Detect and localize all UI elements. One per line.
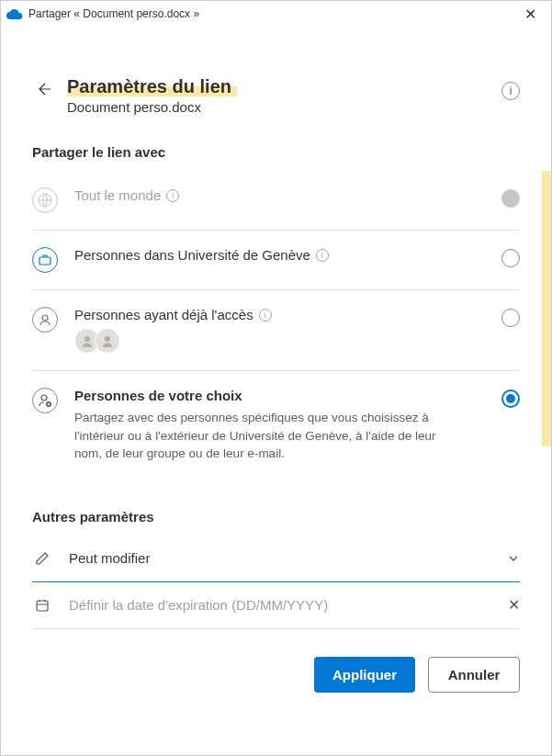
chevron-down-icon (507, 552, 520, 565)
radio-specific-people[interactable] (501, 389, 520, 408)
permission-dropdown[interactable]: Peut modifier (32, 536, 520, 582)
svg-rect-1 (39, 257, 51, 265)
info-icon[interactable]: i (259, 309, 272, 322)
option-existing-access[interactable]: Personnes ayant déjà l'accès i (32, 290, 520, 371)
calendar-icon (32, 595, 52, 615)
back-button[interactable] (32, 78, 54, 100)
briefcase-icon (32, 247, 58, 273)
close-button[interactable]: ✕ (519, 4, 542, 25)
option-specific-people-label: Personnes de votre choix (74, 388, 485, 403)
svg-point-2 (42, 315, 48, 321)
option-specific-people-description: Partagez avec des personnes spécifiques … (74, 409, 460, 463)
option-existing-access-text: Personnes ayant déjà l'accès (74, 307, 253, 322)
info-icon[interactable]: i (316, 249, 329, 262)
page-title: Paramètres du lien (67, 76, 237, 96)
radio-anyone (501, 189, 520, 208)
expiration-placeholder: Définir la date d'expiration (DD/MM/YYYY… (69, 597, 491, 613)
apply-button[interactable]: Appliquer (314, 657, 415, 693)
dialog-footer: Appliquer Annuler (32, 657, 520, 693)
dialog-header: Paramètres du lien Document perso.docx i (32, 76, 520, 115)
page-subtitle: Document perso.docx (67, 99, 489, 115)
option-existing-access-label: Personnes ayant déjà l'accès i (74, 307, 485, 322)
window-title: Partager « Document perso.docx » (28, 7, 199, 20)
cancel-button[interactable]: Annuler (428, 657, 520, 693)
option-anyone-text: Tout le monde (74, 187, 161, 203)
existing-access-avatars (74, 328, 485, 354)
titlebar: Partager « Document perso.docx » ✕ (1, 1, 551, 27)
avatar (95, 328, 120, 354)
radio-organization[interactable] (501, 249, 520, 267)
info-icon[interactable]: i (501, 82, 520, 100)
dialog-content: Paramètres du lien Document perso.docx i… (1, 27, 551, 693)
radio-existing-access[interactable] (501, 309, 520, 327)
svg-point-4 (105, 336, 110, 342)
svg-point-5 (41, 395, 47, 401)
option-anyone-label: Tout le monde i (74, 187, 485, 203)
permission-label: Peut modifier (69, 550, 490, 566)
option-specific-people[interactable]: Personnes de votre choix Partagez avec d… (32, 371, 520, 480)
svg-point-3 (84, 336, 90, 342)
highlight-annotation (542, 171, 551, 446)
svg-rect-7 (37, 601, 48, 611)
option-organization[interactable]: Personnes dans Université de Genève i (32, 231, 520, 290)
option-organization-text: Personnes dans Université de Genève (74, 247, 310, 263)
other-settings-title: Autres paramètres (32, 509, 520, 525)
share-section-title: Partager le lien avec (32, 144, 520, 160)
pencil-icon (32, 548, 52, 569)
clear-expiration-button[interactable]: ✕ (508, 596, 520, 614)
expiration-row[interactable]: Définir la date d'expiration (DD/MM/YYYY… (32, 582, 520, 629)
person-add-icon (32, 388, 58, 413)
onedrive-icon (6, 6, 23, 22)
option-anyone[interactable]: Tout le monde i (32, 171, 520, 231)
share-options: Tout le monde i Personnes dans Universit… (32, 171, 520, 480)
info-icon[interactable]: i (166, 189, 179, 202)
globe-icon (32, 187, 58, 213)
titlebar-left: Partager « Document perso.docx » (6, 6, 199, 22)
person-icon (32, 307, 58, 333)
option-organization-label: Personnes dans Université de Genève i (74, 247, 485, 263)
